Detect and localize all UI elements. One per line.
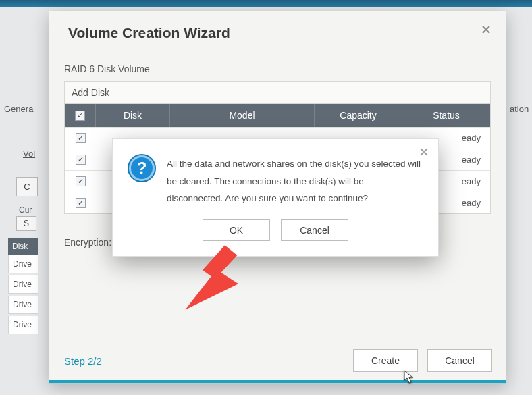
col-capacity: Capacity (315, 104, 402, 127)
accent-bar (49, 380, 506, 383)
mouse-cursor-icon (404, 370, 415, 384)
wizard-header: Volume Creation Wizard (49, 11, 506, 51)
select-all-checkbox[interactable] (75, 111, 85, 121)
bg-text-genera: Genera (4, 104, 33, 114)
bg-table-header: Disk (8, 238, 38, 255)
ok-button[interactable]: OK (203, 219, 270, 241)
wizard-title: Volume Creation Wizard (68, 25, 487, 41)
confirm-message: All the data and network shares on the d… (167, 155, 422, 207)
bg-table-row[interactable]: Drive (8, 275, 38, 294)
create-button[interactable]: Create (353, 349, 418, 372)
window-titlebar-strip (0, 0, 532, 7)
volume-type-label: RAID 6 Disk Volume (64, 63, 491, 74)
row-checkbox[interactable] (76, 133, 86, 143)
bg-table-row[interactable]: Drive (8, 255, 38, 273)
confirm-dialog: ? All the data and network shares on the… (112, 138, 439, 257)
col-disk: Disk (96, 104, 170, 127)
bg-table-row[interactable]: Drive (8, 316, 38, 334)
bg-text-curr: Cur (19, 205, 32, 215)
question-icon: ? (129, 155, 155, 181)
close-icon[interactable] (480, 24, 492, 36)
step-indicator: Step 2/2 (64, 355, 102, 367)
bg-table-row[interactable]: Drive (8, 296, 38, 314)
col-status: Status (402, 104, 490, 127)
bg-button-s[interactable]: S (16, 216, 36, 231)
table-header-row: Disk Model Capacity Status (65, 104, 490, 127)
close-icon[interactable] (419, 147, 429, 159)
bg-text-ation: ation (510, 104, 529, 114)
bg-tab-vol[interactable]: Vol (23, 149, 35, 159)
bg-button-c[interactable]: C (16, 177, 38, 196)
col-model: Model (170, 104, 315, 127)
wizard-footer: Step 2/2 Create Cancel (49, 338, 506, 383)
row-checkbox[interactable] (76, 176, 86, 186)
cancel-button[interactable]: Cancel (427, 349, 492, 372)
row-checkbox[interactable] (76, 198, 86, 208)
select-all-cell[interactable] (65, 104, 96, 127)
add-disk-header[interactable]: Add Disk (65, 82, 490, 104)
row-checkbox[interactable] (76, 155, 86, 165)
cancel-button[interactable]: Cancel (281, 219, 348, 241)
